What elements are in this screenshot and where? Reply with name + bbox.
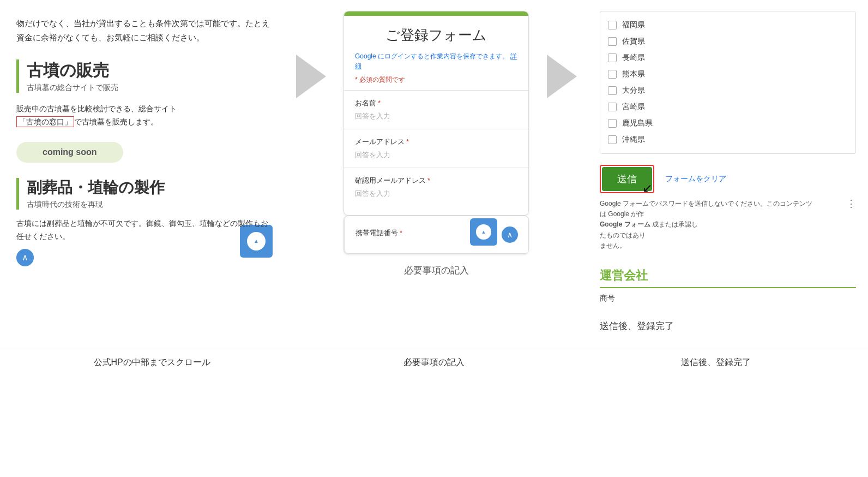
google-disclaimer: Google フォームでパスワードを送信しないでください。このコンテンツは Go… bbox=[600, 199, 856, 251]
section1-description: 販売中の古墳墓を比較検討できる、総合サイト 「古墳の窓口」で古墳墓を販売します。 bbox=[16, 103, 273, 129]
dots-menu[interactable]: ⋮ bbox=[846, 198, 856, 210]
form-title: ご登録フォーム bbox=[344, 16, 528, 48]
field-email-confirm-label: 確認用メールアドレス* bbox=[355, 176, 517, 186]
bottom-labels: 公式HPの中部までスクロール 必要事項の記入 送信後、登録完了 bbox=[0, 349, 868, 368]
section1-title: 古墳の販売 bbox=[27, 59, 273, 81]
company-title: 運営会社 bbox=[600, 267, 856, 288]
checkbox-oita-label: 大分県 bbox=[622, 86, 645, 96]
field-name-placeholder[interactable]: 回答を入力 bbox=[355, 111, 517, 121]
checkbox-saga-box[interactable] bbox=[608, 37, 617, 46]
checkbox-fukuoka-label: 福岡県 bbox=[622, 20, 645, 30]
field-phone-label: 携帯電話番号* bbox=[355, 228, 402, 238]
form-clear-link[interactable]: フォームをクリア bbox=[665, 174, 726, 184]
arrow2-shape bbox=[547, 55, 577, 98]
checkbox-nagasaki-label: 長崎県 bbox=[622, 53, 645, 63]
bottom-label-middle: 必要事項の記入 bbox=[294, 357, 574, 368]
arrow1 bbox=[289, 11, 333, 98]
section2-description: 古墳には副葬品と埴輪が不可欠です。御鏡、御勾玉、埴輪などの製作もお任せください。… bbox=[16, 217, 273, 243]
form-required-note: * 必須の質問です bbox=[344, 72, 528, 90]
submit-area: 送信 フォームをクリア ↙ ⋮ bbox=[600, 165, 856, 193]
prefecture-checkbox-list: 福岡県 佐賀県 長崎県 熊本県 大分県 宮崎県 bbox=[600, 11, 856, 154]
field-email-confirm-block: 確認用メールアドレス* 回答を入力 bbox=[344, 168, 528, 206]
section1-block: 古墳の販売 古墳墓の総合サイトで販売 bbox=[16, 59, 273, 93]
section1-subtitle: 古墳墓の総合サイトで販売 bbox=[27, 83, 273, 93]
section2-title: 副葬品・埴輪の製作 bbox=[27, 178, 273, 198]
checkbox-nagasaki[interactable]: 長崎県 bbox=[608, 50, 848, 66]
checkbox-fukuoka[interactable]: 福岡県 bbox=[608, 17, 848, 33]
section1-link[interactable]: 「古墳の窓口」 bbox=[16, 116, 74, 127]
checkbox-kumamoto-label: 熊本県 bbox=[622, 69, 645, 79]
registration-form-card: ご登録フォーム Google にログインすると作業内容を保存できます。 詳細 *… bbox=[343, 11, 529, 216]
right-caption: 送信後、登録完了 bbox=[600, 320, 856, 332]
left-panel: 物だけでなく、当社が貸出することも条件次第では可能です。たとえ資金に余裕がなくて… bbox=[0, 11, 289, 272]
section1-desc2: で古墳墓を販売します。 bbox=[74, 117, 158, 126]
checkbox-kumamoto-box[interactable] bbox=[608, 70, 617, 79]
coming-soon-button[interactable]: coming soon bbox=[16, 142, 123, 163]
arrow2 bbox=[540, 11, 583, 98]
section2-block: 副葬品・埴輪の製作 古墳時代の技術を再現 bbox=[16, 178, 273, 210]
scroll-up-button2[interactable]: ∧ bbox=[502, 226, 518, 243]
middle-panel: ご登録フォーム Google にログインすると作業内容を保存できます。 詳細 *… bbox=[333, 11, 540, 277]
checkbox-miyazaki-box[interactable] bbox=[608, 103, 617, 111]
scroll-up-button[interactable]: ∧ bbox=[16, 249, 34, 266]
field-email-block: メールアドレス* 回答を入力 bbox=[344, 129, 528, 168]
checkbox-fukuoka-box[interactable] bbox=[608, 21, 617, 29]
company-section: 運営会社 商号 bbox=[600, 267, 856, 303]
checkbox-miyazaki[interactable]: 宮崎県 bbox=[608, 99, 848, 115]
checkbox-okinawa[interactable]: 沖縄県 bbox=[608, 132, 848, 148]
checkbox-saga-label: 佐賀県 bbox=[622, 37, 645, 46]
checkbox-kagoshima[interactable]: 鹿児島県 bbox=[608, 115, 848, 132]
checkbox-oita-box[interactable] bbox=[608, 86, 617, 95]
field-email-confirm-placeholder[interactable]: 回答を入力 bbox=[355, 189, 517, 199]
field-name-label: お名前* bbox=[355, 98, 517, 108]
bottom-label-left: 公式HPの中部までスクロール bbox=[13, 357, 292, 368]
cursor-icon: ↙ bbox=[642, 181, 652, 195]
checkbox-kagoshima-label: 鹿児島県 bbox=[622, 118, 653, 128]
checkbox-miyazaki-label: 宮崎県 bbox=[622, 102, 645, 112]
checkbox-nagasaki-box[interactable] bbox=[608, 53, 617, 62]
bottom-label-right: 送信後、登録完了 bbox=[576, 357, 855, 368]
middle-caption: 必要事項の記入 bbox=[404, 264, 469, 277]
section2-subtitle: 古墳時代の技術を再現 bbox=[27, 200, 273, 210]
scroll-btn-area: ∧ bbox=[16, 249, 273, 266]
company-label: 商号 bbox=[600, 294, 856, 303]
section1-desc1: 販売中の古墳墓を比較検討できる、総合サイト bbox=[16, 104, 177, 113]
checkbox-kumamoto[interactable]: 熊本県 bbox=[608, 66, 848, 82]
field-email-label: メールアドレス* bbox=[355, 137, 517, 147]
form-phone-card: 携帯電話番号* ▲ ∧ bbox=[343, 216, 529, 254]
checkbox-okinawa-label: 沖縄県 bbox=[622, 135, 645, 145]
form-google-note: Google にログインすると作業内容を保存できます。 詳細 bbox=[344, 48, 528, 72]
field-email-placeholder[interactable]: 回答を入力 bbox=[355, 150, 517, 160]
top-text: 物だけでなく、当社が貸出することも条件次第では可能です。たとえ資金に余裕がなくて… bbox=[16, 16, 273, 44]
checkbox-kagoshima-box[interactable] bbox=[608, 119, 617, 128]
arrow1-shape bbox=[296, 55, 326, 98]
field-name-block: お名前* 回答を入力 bbox=[344, 90, 528, 129]
checkbox-okinawa-box[interactable] bbox=[608, 135, 617, 144]
form-header-bar bbox=[344, 11, 528, 16]
right-panel: 福岡県 佐賀県 長崎県 熊本県 大分県 宮崎県 bbox=[583, 11, 868, 332]
checkbox-oita[interactable]: 大分県 bbox=[608, 82, 848, 99]
checkbox-saga[interactable]: 佐賀県 bbox=[608, 33, 848, 50]
thumbnail2: ▲ bbox=[470, 218, 497, 246]
